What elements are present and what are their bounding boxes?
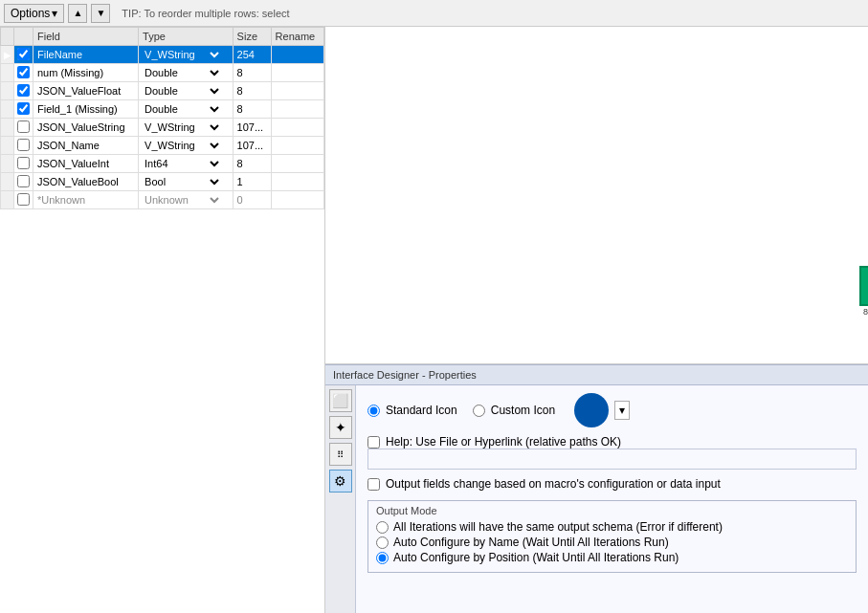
row-type[interactable]: Double (139, 82, 234, 100)
row-checkbox-cell[interactable] (14, 137, 33, 155)
row-size[interactable]: 107... (233, 119, 271, 137)
row-selector (1, 119, 14, 137)
icon-preview-circle (574, 393, 609, 427)
type-select[interactable]: V_WString (141, 120, 222, 134)
type-select[interactable]: Double (141, 102, 222, 116)
output-mode-radio-1[interactable] (376, 521, 389, 534)
row-checkbox[interactable] (17, 175, 30, 187)
row-size[interactable]: 107... (233, 137, 271, 155)
col-type: Type (139, 28, 234, 46)
row-checkbox[interactable] (17, 193, 30, 206)
row-type[interactable]: V_WString (139, 119, 234, 137)
row-checkbox[interactable] (17, 48, 30, 60)
row-type[interactable]: Double (139, 100, 234, 119)
row-rename[interactable] (271, 46, 323, 64)
row-rename[interactable] (271, 155, 323, 173)
row-selector (1, 191, 14, 209)
row-field-name: JSON_ValueInt (33, 155, 139, 173)
row-size[interactable]: 0 (233, 191, 271, 209)
row-rename[interactable] (271, 173, 323, 191)
props-icon-layout[interactable]: ⬜ (329, 389, 352, 412)
props-icon-connect[interactable]: ✦ (329, 416, 352, 439)
props-icon-gear[interactable]: ⚙ (329, 470, 352, 493)
col-selector (1, 28, 14, 46)
row-rename[interactable] (271, 191, 323, 209)
move-up-button[interactable]: ▲ (68, 4, 87, 23)
type-select[interactable]: V_WString (141, 139, 222, 152)
row-type[interactable]: Bool (139, 173, 234, 191)
type-select[interactable]: Bool (141, 175, 222, 188)
row-rename[interactable] (271, 100, 323, 119)
row-checkbox[interactable] (17, 84, 30, 97)
output-mode-radio-3[interactable] (376, 552, 389, 564)
type-select[interactable]: Unknown (141, 193, 222, 207)
field-table: Field Type Size Rename ▶FileNameV_WStrin… (0, 27, 324, 209)
custom-icon-label: Custom Icon (491, 404, 555, 417)
output-fields-checkbox[interactable] (367, 478, 380, 491)
options-label: Options (11, 7, 50, 20)
row-checkbox-cell[interactable] (14, 100, 33, 119)
type-select[interactable]: Double (141, 66, 222, 79)
row-type[interactable]: V_WString (139, 137, 234, 155)
row-size[interactable]: 1 (233, 173, 271, 191)
row-type[interactable]: Int64 (139, 155, 234, 173)
row-checkbox[interactable] (17, 157, 30, 169)
row-checkbox[interactable] (17, 139, 30, 151)
custom-icon-row: Custom Icon (473, 404, 555, 417)
type-select[interactable]: V_WString (141, 48, 222, 61)
row-checkbox-cell[interactable] (14, 191, 33, 209)
row-rename[interactable] (271, 119, 323, 137)
row-checkbox-cell[interactable] (14, 155, 33, 173)
row-checkbox-cell[interactable] (14, 46, 33, 64)
output-mode-radio-2[interactable] (376, 536, 389, 549)
help-checkbox[interactable] (367, 436, 380, 449)
row-size[interactable]: 8 (233, 82, 271, 100)
help-section: Help: Use File or Hyperlink (relative pa… (367, 435, 857, 470)
row-size[interactable]: 8 (233, 155, 271, 173)
row-checkbox[interactable] (17, 120, 30, 133)
move-down-button[interactable]: ▼ (91, 4, 110, 23)
output-mode-legend: Output Mode (376, 505, 848, 516)
output-mode-label-3: Auto Configure by Position (Wait Until A… (393, 551, 679, 564)
props-sidebar: ⬜ ✦ ⠿ ⚙ (325, 385, 356, 613)
row-field-name: JSON_ValueFloat (33, 82, 139, 100)
custom-icon-radio[interactable] (473, 405, 485, 417)
type-select[interactable]: Int64 (141, 157, 222, 170)
row-selector (1, 82, 14, 100)
node-json[interactable]: 📖 835.json (859, 266, 868, 317)
icon-dropdown-button[interactable]: ▾ (614, 401, 630, 420)
output-mode-option-3: Auto Configure by Position (Wait Until A… (376, 551, 848, 564)
type-select[interactable]: Double (141, 84, 222, 98)
row-rename[interactable] (271, 82, 323, 100)
row-field-name: Field_1 (Missing) (33, 100, 139, 119)
row-field-name: *Unknown (33, 191, 139, 209)
standard-icon-radio[interactable] (367, 405, 380, 417)
row-field-name: FileName (33, 46, 139, 64)
row-type[interactable]: Unknown (139, 191, 234, 209)
row-field-name: JSON_ValueBool (33, 173, 139, 191)
help-input[interactable] (367, 449, 857, 470)
props-content: Standard Icon Custom Icon ▾ (356, 385, 868, 613)
tip-text: TIP: To reorder multiple rows: select (122, 8, 289, 19)
row-rename[interactable] (271, 64, 323, 82)
row-selector: ▶ (1, 46, 14, 64)
col-field: Field (33, 28, 139, 46)
row-size[interactable]: 8 (233, 64, 271, 82)
row-size[interactable]: 254 (233, 46, 271, 64)
row-size[interactable]: 8 (233, 100, 271, 119)
row-type[interactable]: V_WString (139, 46, 234, 64)
row-checkbox-cell[interactable] (14, 173, 33, 191)
row-type[interactable]: Double (139, 64, 234, 82)
row-checkbox[interactable] (17, 102, 30, 115)
standard-icon-label: Standard Icon (386, 404, 457, 417)
options-button[interactable]: Options ▾ (4, 4, 64, 23)
row-checkbox-cell[interactable] (14, 64, 33, 82)
props-icon-dots[interactable]: ⠿ (329, 443, 352, 466)
row-rename[interactable] (271, 137, 323, 155)
row-field-name: JSON_ValueString (33, 119, 139, 137)
row-checkbox-cell[interactable] (14, 119, 33, 137)
row-checkbox[interactable] (17, 66, 30, 78)
row-checkbox-cell[interactable] (14, 82, 33, 100)
col-check (14, 28, 33, 46)
col-rename: Rename (271, 28, 323, 46)
